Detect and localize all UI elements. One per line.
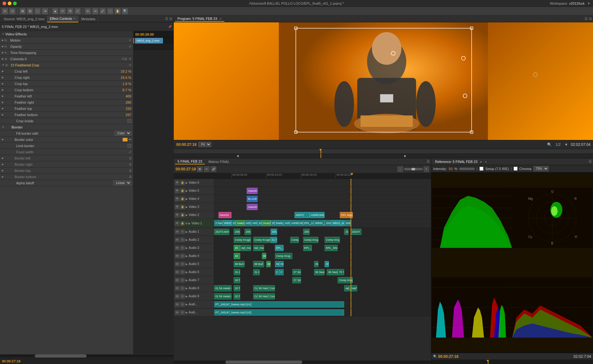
clip-31d-a6[interactable]: 31 D: — [234, 269, 240, 275]
track-eye-4[interactable]: 👁 — [175, 197, 179, 201]
timeline-tab-matrox[interactable]: Matrox FINAL — [206, 159, 232, 164]
track-mute-a4[interactable]: M — [175, 254, 179, 258]
clip-pt245-a10[interactable]: PT_245247_lowres.mp3 [A1] — [214, 301, 344, 308]
ec-expand-icon[interactable]: ▼ — [2, 33, 4, 35]
track-eye-icon[interactable]: 👁 — [175, 181, 179, 185]
timeremapping-expand[interactable]: ▶ — [2, 51, 4, 54]
track-solo-a7[interactable]: S — [180, 278, 185, 282]
clip-maestro-v3[interactable]: maestro — [247, 204, 258, 210]
clip-muscle-v1[interactable]: muscle_A00S — [262, 220, 271, 226]
ec-scrollbar-thumb[interactable] — [35, 354, 87, 357]
track-eye-5[interactable]: 👁 — [175, 189, 179, 193]
clip-208-v1[interactable]: 208 — [231, 220, 236, 226]
crop-left-expand[interactable]: ▶ — [2, 70, 4, 73]
timeline-menu-btn[interactable]: ☰ — [427, 160, 430, 164]
track-mute-a11[interactable]: M — [175, 310, 179, 315]
track-expand-a7[interactable]: ▶ — [186, 279, 188, 282]
pm-zoom-icon[interactable]: 🔍 — [546, 142, 553, 147]
track-expand-a6[interactable]: ▶ — [186, 271, 188, 274]
track-expand-3[interactable]: ▶ — [186, 205, 188, 209]
track-mute-a2[interactable]: M — [175, 238, 179, 242]
toolbar-btn-1[interactable]: ↩ — [2, 8, 8, 14]
intensity-slider[interactable] — [459, 168, 475, 170]
track-expand-a9[interactable]: ▶ — [186, 295, 188, 298]
toolbar-btn-2[interactable]: ↪ — [9, 8, 16, 14]
eyedropper-icon[interactable]: ✏ — [129, 138, 131, 141]
ref-close[interactable]: ✕ — [485, 160, 487, 164]
track-eye-1[interactable]: 👁 — [175, 221, 179, 226]
crop-right-expand[interactable]: ▶ — [2, 76, 4, 79]
track-solo-a10[interactable]: S — [180, 302, 185, 307]
minimize-button[interactable] — [8, 2, 11, 5]
clip-maestro-v1[interactable]: maestro — [236, 220, 245, 226]
border-top-value[interactable]: 0 — [113, 169, 131, 173]
border-left-expand[interactable]: ▶ — [2, 157, 4, 160]
clip-2hanch-v1[interactable]: 2 hanch hanc — [214, 220, 223, 226]
track-expand-a5[interactable]: ▶ — [186, 263, 188, 266]
clip-206-a1[interactable]: 206_20 — [245, 229, 251, 235]
track-mute-a3[interactable]: M — [175, 246, 179, 250]
clip-88-a5[interactable]: 88 — [266, 261, 271, 267]
chroma-dropdown[interactable]: 75% — [533, 166, 549, 171]
clip-corey5-a2[interactable]: Corey Kruger. — [325, 237, 340, 243]
ec-scrollbar[interactable] — [0, 354, 173, 357]
border-right-value[interactable]: 0 — [113, 163, 131, 166]
feather-left-expand[interactable]: ▶ — [2, 95, 4, 97]
feather-bottom-value[interactable]: 297 — [113, 113, 131, 117]
fill-border-dropdown[interactable]: Color — [115, 131, 131, 136]
crop-top-expand[interactable]: ▶ — [2, 82, 4, 85]
toolbar-btn-5[interactable]: → — [34, 8, 41, 14]
track-expand-5[interactable]: ▶ — [186, 189, 188, 192]
clip-01hit-a9[interactable]: 01 hit metal cr — [214, 293, 231, 299]
clip-02hi-a9[interactable]: 02 hi — [234, 293, 240, 299]
clip-205-v1[interactable]: 205 — [271, 220, 275, 226]
colorista-reset[interactable]: ↺ — [129, 57, 131, 61]
clip-a008c-v2[interactable]: A008C006_12 — [310, 212, 325, 218]
panel-menu-btn[interactable]: ☰ — [165, 17, 168, 21]
clip-45-a4[interactable]: 45 — [234, 253, 240, 259]
track-mute-a5[interactable]: M — [175, 262, 179, 266]
motion-reset[interactable]: ↺ — [129, 39, 131, 42]
crop-right-value[interactable]: 19.4 % — [113, 76, 131, 79]
clip-45-a3[interactable]: 45 — [234, 245, 240, 251]
clip-cons-a9[interactable]: Cons — [268, 293, 275, 299]
clip-27sing-a7[interactable]: 27 Sing — [292, 277, 301, 283]
track-lock-1[interactable]: 🔒 — [180, 221, 185, 226]
clip-20-v1[interactable]: 20 — [258, 220, 262, 226]
toolbar-btn-12[interactable]: ⇒ — [92, 8, 98, 14]
tc-link-btn[interactable]: 🔗 — [211, 166, 216, 172]
border-bottom-expand[interactable]: ▶ — [2, 175, 4, 178]
toolbar-btn-16[interactable]: 🔍 — [122, 8, 128, 14]
clip-88bull-a5[interactable]: 88 Bul k — [234, 261, 245, 267]
track-mute-a7[interactable]: M — [175, 278, 179, 282]
clip-wb30-v1[interactable]: WB30_2 — [223, 220, 231, 226]
pm-fit-dropdown[interactable]: Fit — [198, 142, 211, 147]
track-mute-a9[interactable]: M — [175, 294, 179, 299]
track-solo-a3[interactable]: S — [180, 246, 185, 250]
limit-border-checkbox[interactable] — [128, 144, 131, 148]
clip-blade2-v1[interactable]: blade_0_20 — [275, 220, 284, 226]
pm-menu-btn[interactable]: ☰ — [585, 17, 588, 21]
clip-a002c-v1[interactable]: A002C007 — [245, 220, 251, 226]
timeline-tab-final[interactable]: 5 FINAL FEB 23 — [175, 159, 205, 164]
track-expand-a4[interactable]: ▶ — [186, 254, 188, 258]
crop-bottom-value[interactable]: 8.7 % — [113, 88, 131, 92]
track-expand-2[interactable]: ▶ — [186, 213, 188, 217]
ref-menu-btn[interactable]: ☰ — [589, 160, 592, 164]
track-solo-a6[interactable]: S — [180, 270, 185, 274]
tc-razor-btn[interactable]: ✂ — [204, 166, 209, 172]
crop-bottom-expand[interactable]: ▶ — [2, 88, 4, 91]
clip-wb15-v1[interactable]: WB15_er — [331, 220, 344, 226]
ref-zoom-icon[interactable]: 🔍 — [433, 355, 437, 358]
source-tab[interactable]: Source: WB15_eng_2.mov — [1, 16, 47, 22]
track-solo-a11[interactable]: S — [180, 310, 185, 315]
border-bottom-value[interactable]: 0 — [113, 175, 131, 179]
clip-corey2-a2[interactable]: Corey Kruger.mp — [253, 237, 271, 243]
toolbar-btn-11[interactable]: ⇐ — [85, 8, 91, 14]
track-expand-a2[interactable]: ▶ — [186, 238, 188, 241]
toolbar-btn-4[interactable]: ⊟ — [27, 8, 33, 14]
track-lock-2[interactable]: 🔒 — [180, 213, 185, 217]
clip-35-2-a5[interactable]: 35 — [325, 261, 329, 267]
feather-bottom-expand[interactable]: ▶ — [2, 113, 4, 116]
track-mute-a8[interactable]: M — [175, 286, 179, 290]
